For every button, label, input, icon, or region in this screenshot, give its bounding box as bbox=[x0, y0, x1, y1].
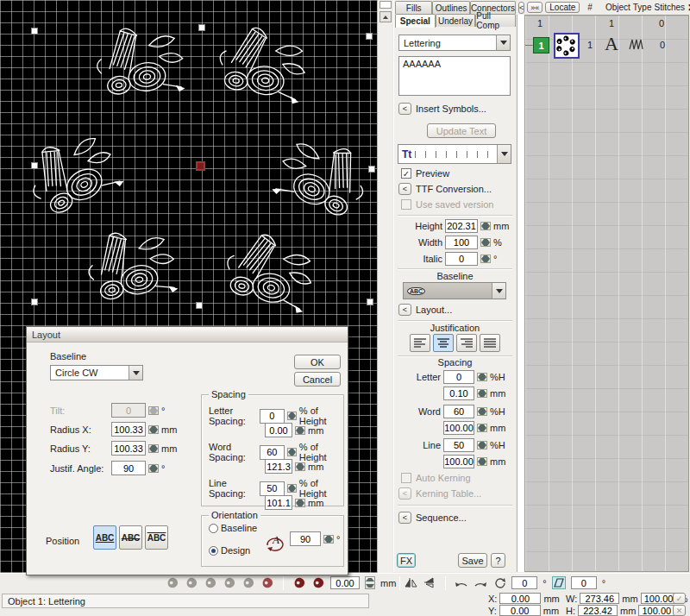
design-tool-icon-7[interactable] bbox=[292, 576, 306, 589]
orientation-angle-spinner[interactable] bbox=[323, 535, 334, 544]
dialog-titlebar[interactable]: Layout bbox=[27, 327, 348, 343]
design-tool-icon-6[interactable] bbox=[260, 576, 274, 589]
panel-collapse-button[interactable]: < bbox=[518, 2, 524, 14]
cancel-transform-button[interactable]: ✕ bbox=[673, 605, 686, 616]
line-mm-spinner[interactable] bbox=[477, 457, 487, 466]
height-spinner[interactable] bbox=[480, 222, 491, 230]
dlg-line-pct-field[interactable] bbox=[260, 481, 285, 496]
dlg-letter-mm-spinner[interactable] bbox=[295, 426, 305, 435]
justify-right-button[interactable] bbox=[456, 334, 477, 352]
design-tool-icon-8[interactable] bbox=[311, 576, 325, 589]
italic-spinner[interactable] bbox=[480, 255, 491, 263]
h-pct-field[interactable] bbox=[638, 605, 674, 616]
insert-symbols-label[interactable]: Insert Symbols... bbox=[416, 104, 486, 114]
tab-pull-comp[interactable]: Pull Comp bbox=[475, 14, 516, 27]
color-badge[interactable]: 1 bbox=[533, 37, 549, 53]
rotate-left-icon[interactable] bbox=[455, 576, 468, 589]
h-field[interactable] bbox=[578, 605, 618, 616]
design-tool-icon-2[interactable] bbox=[185, 576, 198, 589]
word-pct-spinner[interactable] bbox=[477, 407, 487, 416]
selection-handle-e[interactable] bbox=[368, 166, 375, 173]
flip-vertical-icon[interactable] bbox=[423, 576, 436, 589]
dlg-letter-mm-field[interactable] bbox=[265, 423, 292, 437]
design-tool-icon-1[interactable] bbox=[166, 576, 179, 589]
selection-handle-se[interactable] bbox=[367, 299, 373, 305]
word-mm-spinner[interactable] bbox=[477, 424, 487, 432]
letter-pct-field[interactable] bbox=[443, 370, 474, 384]
locate-button[interactable]: Locate bbox=[545, 2, 580, 13]
tab-fills[interactable]: Fills bbox=[395, 1, 432, 14]
dlg-letter-pct-field[interactable] bbox=[260, 409, 285, 424]
selection-handle-ne[interactable] bbox=[366, 33, 373, 40]
flip-horizontal-icon[interactable] bbox=[404, 576, 417, 589]
position-baseline-middle-button[interactable]: ABC bbox=[119, 525, 142, 550]
embroidery-design-5[interactable] bbox=[73, 217, 185, 316]
justify-full-button[interactable] bbox=[480, 334, 500, 352]
dropdown-arrow-icon[interactable] bbox=[496, 35, 510, 50]
dropdown-arrow-icon[interactable] bbox=[492, 283, 505, 299]
dialog-baseline-dropdown[interactable]: Circle CW bbox=[50, 365, 143, 380]
update-text-button[interactable]: Update Text bbox=[427, 123, 496, 138]
mode-dropdown[interactable]: Lettering bbox=[398, 35, 511, 51]
layout-button[interactable]: < bbox=[398, 304, 411, 316]
selection-handle-n[interactable] bbox=[198, 24, 205, 31]
use-saved-checkbox[interactable] bbox=[401, 199, 411, 210]
radius-x-spinner[interactable] bbox=[148, 425, 159, 434]
orientation-baseline-radio[interactable] bbox=[209, 524, 218, 533]
x-field[interactable] bbox=[499, 593, 541, 604]
apply-transform-button[interactable]: ✓ bbox=[673, 593, 686, 604]
save-button[interactable]: Save bbox=[458, 553, 487, 568]
italic-field[interactable] bbox=[445, 252, 478, 266]
dropdown-arrow-icon[interactable] bbox=[497, 145, 511, 163]
object-row-1[interactable]: 1 1 A bbox=[525, 31, 688, 60]
expand-collapse-all-button[interactable]: »« bbox=[527, 2, 543, 13]
dlg-line-pct-spinner[interactable] bbox=[287, 484, 297, 493]
tab-special[interactable]: Special bbox=[395, 14, 436, 28]
selection-handle-w[interactable] bbox=[31, 162, 38, 169]
dlg-word-pct-field[interactable] bbox=[260, 445, 285, 460]
letter-mm-field[interactable] bbox=[443, 387, 474, 400]
tab-underlay[interactable]: Underlay bbox=[436, 14, 476, 27]
kerning-table-button[interactable]: < bbox=[398, 487, 411, 500]
orientation-design-label[interactable]: Design bbox=[221, 545, 250, 556]
orientation-angle-field[interactable] bbox=[290, 531, 321, 546]
justif-angle-spinner[interactable] bbox=[148, 464, 159, 473]
radius-x-field[interactable] bbox=[111, 422, 146, 437]
lettering-object-icon[interactable]: A bbox=[605, 33, 618, 55]
dropdown-arrow-icon[interactable] bbox=[129, 366, 142, 380]
design-tool-icon-5[interactable] bbox=[242, 576, 255, 589]
dlg-word-pct-spinner[interactable] bbox=[287, 448, 297, 456]
justify-center-button[interactable] bbox=[433, 334, 454, 352]
toolbar-value-field[interactable] bbox=[330, 576, 360, 589]
fx-button[interactable]: FX bbox=[397, 553, 416, 568]
rotation-center-marker[interactable] bbox=[196, 161, 205, 171]
embroidery-design-6[interactable] bbox=[211, 222, 323, 321]
selection-handle-s[interactable] bbox=[196, 302, 203, 309]
layout-label[interactable]: Layout... bbox=[416, 305, 452, 315]
insert-symbols-button[interactable]: < bbox=[398, 103, 411, 115]
letter-pct-spinner[interactable] bbox=[477, 373, 487, 381]
canvas-vertical-scrollbar[interactable] bbox=[377, 0, 392, 573]
embroidery-design-2[interactable] bbox=[207, 18, 314, 112]
toolbar-value-spinner[interactable] bbox=[365, 576, 375, 589]
object-thumbnail[interactable] bbox=[554, 33, 580, 59]
y-field[interactable] bbox=[499, 605, 541, 616]
slant-icon[interactable] bbox=[552, 576, 566, 589]
dlg-word-mm-field[interactable] bbox=[265, 459, 292, 474]
sequence-label[interactable]: Sequence... bbox=[416, 512, 467, 523]
letter-mm-spinner[interactable] bbox=[477, 389, 487, 398]
w-field[interactable] bbox=[580, 593, 619, 604]
slant-angle-field[interactable] bbox=[571, 576, 597, 589]
w-pct-field[interactable] bbox=[641, 593, 677, 604]
dlg-letter-pct-spinner[interactable] bbox=[287, 412, 297, 420]
orientation-design-radio[interactable] bbox=[209, 546, 218, 556]
sequence-button[interactable]: < bbox=[398, 512, 411, 524]
scroll-up-button[interactable] bbox=[380, 11, 392, 22]
justif-angle-field[interactable] bbox=[111, 461, 146, 475]
preview-label[interactable]: Preview bbox=[416, 168, 449, 179]
ttf-conversion-label[interactable]: TTF Conversion... bbox=[416, 184, 492, 194]
position-baseline-above-button[interactable]: ABC bbox=[145, 525, 168, 550]
word-pct-field[interactable] bbox=[443, 405, 474, 418]
line-pct-field[interactable] bbox=[443, 438, 474, 452]
auto-kerning-checkbox[interactable] bbox=[401, 473, 411, 483]
